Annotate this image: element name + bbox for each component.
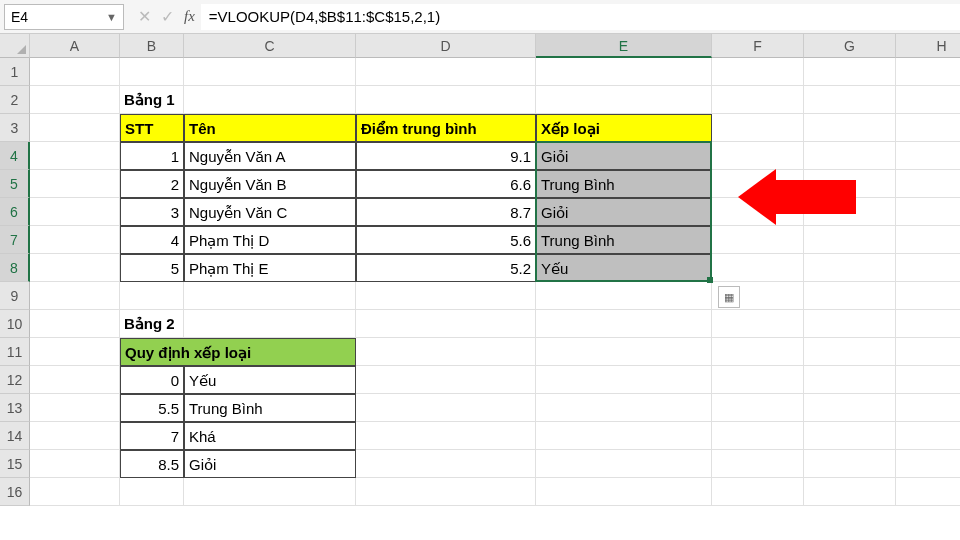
table2-cell-label[interactable]: Yếu xyxy=(184,366,356,394)
formula-input[interactable]: =VLOOKUP(D4,$B$11:$C$15,2,1) xyxy=(201,4,960,30)
cell-blank[interactable] xyxy=(804,394,896,422)
cell-blank[interactable] xyxy=(804,422,896,450)
cell-blank[interactable] xyxy=(30,478,120,506)
table2-cell-value[interactable]: 7 xyxy=(120,422,184,450)
cell-blank[interactable] xyxy=(356,86,536,114)
column-header-D[interactable]: D xyxy=(356,34,536,58)
row-header-14[interactable]: 14 xyxy=(0,422,30,450)
row-header-16[interactable]: 16 xyxy=(0,478,30,506)
cell-blank[interactable] xyxy=(712,478,804,506)
table1-cell-xep[interactable]: Trung Bình xyxy=(536,170,712,198)
cell-blank[interactable] xyxy=(536,338,712,366)
cell-blank[interactable] xyxy=(120,478,184,506)
row-header-15[interactable]: 15 xyxy=(0,450,30,478)
cell-blank[interactable] xyxy=(712,366,804,394)
cell-blank[interactable] xyxy=(356,366,536,394)
table2-cell-value[interactable]: 5.5 xyxy=(120,394,184,422)
cell-blank[interactable] xyxy=(804,142,896,170)
cell-blank[interactable] xyxy=(896,226,960,254)
cell-blank[interactable] xyxy=(184,282,356,310)
table1-header[interactable]: Xếp loại xyxy=(536,114,712,142)
column-header-E[interactable]: E xyxy=(536,34,712,58)
cell-blank[interactable] xyxy=(712,422,804,450)
row-header-1[interactable]: 1 xyxy=(0,58,30,86)
cell-blank[interactable] xyxy=(536,310,712,338)
table2-cell-value[interactable]: 0 xyxy=(120,366,184,394)
row-header-6[interactable]: 6 xyxy=(0,198,30,226)
table2-cell-label[interactable]: Giỏi xyxy=(184,450,356,478)
cell-blank[interactable] xyxy=(30,310,120,338)
cell-blank[interactable] xyxy=(804,310,896,338)
cell-blank[interactable] xyxy=(356,310,536,338)
select-all-corner[interactable] xyxy=(0,34,30,58)
cell-blank[interactable] xyxy=(30,170,120,198)
cell-blank[interactable] xyxy=(30,58,120,86)
cell-blank[interactable] xyxy=(712,58,804,86)
table1-header[interactable]: STT xyxy=(120,114,184,142)
cell-blank[interactable] xyxy=(536,478,712,506)
table1-cell-ten[interactable]: Nguyễn Văn C xyxy=(184,198,356,226)
row-header-8[interactable]: 8 xyxy=(0,254,30,282)
table1-cell-xep[interactable]: Giỏi xyxy=(536,142,712,170)
cell-blank[interactable] xyxy=(30,142,120,170)
cell-blank[interactable] xyxy=(712,114,804,142)
cell-blank[interactable] xyxy=(356,338,536,366)
cell-blank[interactable] xyxy=(896,422,960,450)
cell-blank[interactable] xyxy=(712,142,804,170)
cell-blank[interactable] xyxy=(184,478,356,506)
column-header-H[interactable]: H xyxy=(896,34,960,58)
cell-blank[interactable] xyxy=(30,114,120,142)
cell-blank[interactable] xyxy=(536,422,712,450)
cell-blank[interactable] xyxy=(712,254,804,282)
cell-blank[interactable] xyxy=(356,478,536,506)
row-header-2[interactable]: 2 xyxy=(0,86,30,114)
cell-blank[interactable] xyxy=(184,58,356,86)
table1-cell-stt[interactable]: 2 xyxy=(120,170,184,198)
row-header-9[interactable]: 9 xyxy=(0,282,30,310)
cell-blank[interactable] xyxy=(712,338,804,366)
cell-blank[interactable] xyxy=(804,58,896,86)
table2-cell-label[interactable]: Trung Bình xyxy=(184,394,356,422)
cell-blank[interactable] xyxy=(356,422,536,450)
table1-cell-diem[interactable]: 6.6 xyxy=(356,170,536,198)
row-header-13[interactable]: 13 xyxy=(0,394,30,422)
cell-blank[interactable] xyxy=(184,310,356,338)
cell-blank[interactable] xyxy=(120,282,184,310)
cell-blank[interactable] xyxy=(30,366,120,394)
cell-blank[interactable] xyxy=(896,310,960,338)
table1-cell-xep[interactable]: Giỏi xyxy=(536,198,712,226)
table1-cell-ten[interactable]: Phạm Thị E xyxy=(184,254,356,282)
table1-cell-diem[interactable]: 5.2 xyxy=(356,254,536,282)
cell-blank[interactable] xyxy=(30,338,120,366)
table1-cell-stt[interactable]: 4 xyxy=(120,226,184,254)
cell-blank[interactable] xyxy=(804,282,896,310)
table1-header[interactable]: Điểm trung bình xyxy=(356,114,536,142)
cell-blank[interactable] xyxy=(896,170,960,198)
cell-blank[interactable] xyxy=(804,450,896,478)
cell-blank[interactable] xyxy=(804,478,896,506)
table2-cell-value[interactable]: 8.5 xyxy=(120,450,184,478)
row-header-4[interactable]: 4 xyxy=(0,142,30,170)
cell-blank[interactable] xyxy=(804,114,896,142)
cell-blank[interactable] xyxy=(30,282,120,310)
cell-blank[interactable] xyxy=(804,226,896,254)
table1-cell-diem[interactable]: 9.1 xyxy=(356,142,536,170)
column-header-C[interactable]: C xyxy=(184,34,356,58)
cell-blank[interactable] xyxy=(896,394,960,422)
cell-blank[interactable] xyxy=(896,450,960,478)
table1-cell-stt[interactable]: 1 xyxy=(120,142,184,170)
table1-cell-stt[interactable]: 3 xyxy=(120,198,184,226)
cell-blank[interactable] xyxy=(896,114,960,142)
row-header-5[interactable]: 5 xyxy=(0,170,30,198)
cell-blank[interactable] xyxy=(712,394,804,422)
cell-blank[interactable] xyxy=(536,366,712,394)
cell-blank[interactable] xyxy=(30,254,120,282)
cell-blank[interactable] xyxy=(804,366,896,394)
cell-blank[interactable] xyxy=(120,58,184,86)
cell-blank[interactable] xyxy=(30,450,120,478)
cell-blank[interactable] xyxy=(536,282,712,310)
cell-blank[interactable] xyxy=(896,58,960,86)
cell-blank[interactable] xyxy=(804,338,896,366)
cell-blank[interactable] xyxy=(896,366,960,394)
table1-cell-ten[interactable]: Phạm Thị D xyxy=(184,226,356,254)
